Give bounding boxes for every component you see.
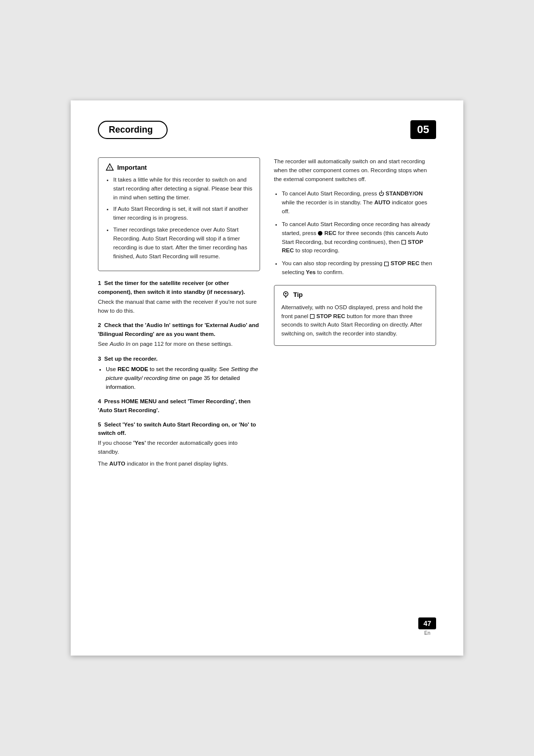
list-item: It takes a little while for this recorde… — [113, 176, 253, 202]
power-icon: ⏻ — [379, 191, 384, 197]
warning-icon: ! — [105, 163, 114, 172]
content-area: ! Important It takes a little while for … — [98, 157, 436, 474]
chapter-number: 05 — [410, 120, 436, 139]
right-bullet-1: To cancel Auto Start Recording, press ⏻ … — [282, 189, 436, 216]
page-number-area: 47 En — [418, 617, 436, 636]
step-5-heading: 5 Select 'Yes' to switch Auto Start Reco… — [98, 421, 260, 438]
chapter-title: Recording — [98, 121, 168, 139]
list-item: Timer recordings take precedence over Au… — [113, 226, 253, 261]
step-5-body2: The AUTO indicator in the front panel di… — [98, 460, 260, 469]
stop-icon — [401, 240, 406, 244]
right-column: The recorder will automatically switch o… — [274, 157, 436, 474]
right-bullet-3: You can also stop recording by pressing … — [282, 259, 436, 277]
tip-box: Tip Alternatively, with no OSD displayed… — [274, 285, 436, 346]
tip-label: Tip — [293, 291, 303, 298]
step-5-body1: If you choose 'Yes' the recorder automat… — [98, 439, 260, 457]
step-4-heading: 4 Press HOME MENU and select 'Timer Reco… — [98, 397, 260, 415]
page: Recording 05 ! Important It takes a — [71, 100, 463, 656]
step-3: 3 Set up the recorder. Use REC MODE to s… — [98, 355, 260, 392]
header-bar: Recording 05 — [71, 120, 463, 139]
right-bullets: To cancel Auto Start Recording, press ⏻ … — [274, 189, 436, 277]
important-label: Important — [117, 164, 147, 171]
tip-header: Tip — [281, 290, 429, 299]
tip-body: Alternatively, with no OSD displayed, pr… — [281, 303, 429, 338]
step-2: 2 Check that the 'Audio In' settings for… — [98, 321, 260, 348]
right-intro: The recorder will automatically switch o… — [274, 157, 436, 184]
step-5: 5 Select 'Yes' to switch Auto Start Reco… — [98, 421, 260, 469]
stop-icon-2 — [384, 262, 389, 266]
right-bullet-2: To cancel Auto Start Recording once reco… — [282, 220, 436, 255]
step-4: 4 Press HOME MENU and select 'Timer Reco… — [98, 397, 260, 415]
step-1-body: Check the manual that came with the rece… — [98, 298, 260, 316]
svg-point-4 — [285, 293, 287, 294]
left-column: ! Important It takes a little while for … — [98, 157, 260, 474]
tip-icon — [281, 290, 290, 299]
svg-text:!: ! — [109, 166, 111, 170]
step-3-heading: 3 Set up the recorder. — [98, 355, 260, 363]
step-1: 1 Set the timer for the satellite receiv… — [98, 279, 260, 315]
step-2-heading: 2 Check that the 'Audio In' settings for… — [98, 321, 260, 338]
page-lang: En — [424, 630, 430, 636]
important-list: It takes a little while for this recorde… — [105, 176, 253, 261]
step-1-heading: 1 Set the timer for the satellite receiv… — [98, 279, 260, 296]
record-icon — [318, 231, 322, 236]
step-2-body: See Audio In on page 112 for more on the… — [98, 340, 260, 349]
step-3-sublist: Use REC MODE to set the recording qualit… — [98, 365, 260, 391]
important-box: ! Important It takes a little while for … — [98, 157, 260, 271]
important-header: ! Important — [105, 163, 253, 172]
list-item: If Auto Start Recording is set, it will … — [113, 205, 253, 223]
stop-icon-3 — [310, 314, 314, 319]
list-item: Use REC MODE to set the recording qualit… — [106, 365, 260, 391]
page-number: 47 — [418, 617, 436, 629]
